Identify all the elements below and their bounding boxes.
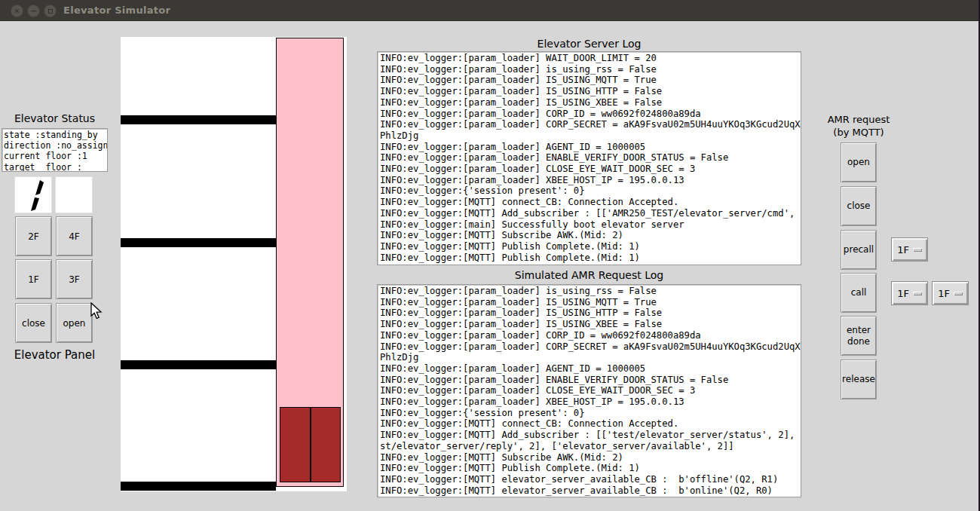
amr-close-button[interactable]: close xyxy=(841,186,877,226)
elevator-car xyxy=(280,407,341,482)
elevator-shaft-canvas xyxy=(121,37,347,491)
call-floor-from-value: 1F xyxy=(897,288,909,299)
target-floor-display xyxy=(55,176,93,213)
server-log-textarea[interactable]: INFO:ev_logger:[param_loader] WAIT_DOOR_… xyxy=(377,51,801,265)
elevator-status-box: state :standing_by direction :no_assign … xyxy=(2,128,108,172)
elevator-door-right xyxy=(311,408,341,482)
amr-log-title: Simulated AMR Request Log xyxy=(377,269,801,281)
panel-floor3-button[interactable]: 3F xyxy=(56,259,93,299)
current-floor-display xyxy=(14,176,52,213)
precall-floor-dropdown[interactable]: 1F xyxy=(891,237,928,262)
window-title: Elevator Simulator xyxy=(63,5,170,16)
seven-segment-digit-1 xyxy=(15,177,51,213)
floor-line-2 xyxy=(121,360,276,369)
call-floor-from-dropdown[interactable]: 1F xyxy=(891,281,928,305)
dropdown-indicator-icon xyxy=(913,292,922,295)
amr-enter-done-button[interactable]: enter done xyxy=(841,316,877,356)
amr-release-button[interactable]: release xyxy=(841,360,877,399)
floor-line-3 xyxy=(121,238,276,247)
elevator-panel-label: Elevator Panel xyxy=(0,348,109,362)
call-floor-to-dropdown[interactable]: 1F xyxy=(932,281,969,305)
panel-floor1-button[interactable]: 1F xyxy=(15,259,52,299)
amr-open-button[interactable]: open xyxy=(841,142,877,182)
window-minimize-button[interactable]: − xyxy=(27,5,40,17)
elevator-door-left xyxy=(280,408,310,482)
server-log-title: Elevator Server Log xyxy=(377,38,801,50)
panel-floor2-button[interactable]: 2F xyxy=(15,216,52,256)
amr-precall-button[interactable]: precall xyxy=(841,230,877,270)
floor-line-4 xyxy=(121,115,276,124)
amr-request-subheading: (by MQTT) xyxy=(813,127,904,138)
floor-line-1 xyxy=(121,482,276,491)
amr-call-button[interactable]: call xyxy=(841,273,877,313)
amr-log-textarea[interactable]: INFO:ev_logger:[param_loader] is_using_r… xyxy=(377,284,801,497)
minimize-icon: − xyxy=(30,7,36,15)
maximize-icon xyxy=(48,9,53,14)
window-maximize-button[interactable] xyxy=(44,5,57,17)
dropdown-indicator-icon xyxy=(954,292,963,295)
call-floor-to-value: 1F xyxy=(938,288,950,299)
panel-open-button[interactable]: open xyxy=(56,303,93,343)
precall-floor-value: 1F xyxy=(897,244,909,256)
dropdown-indicator-icon xyxy=(913,248,922,252)
mouse-cursor-icon xyxy=(90,302,103,320)
panel-floor4-button[interactable]: 4F xyxy=(56,216,93,256)
elevator-status-title: Elevator Status xyxy=(0,112,109,124)
close-icon: ✕ xyxy=(14,7,20,15)
window-close-button[interactable]: ✕ xyxy=(11,5,23,17)
titlebar: ✕ − Elevator Simulator xyxy=(0,0,980,21)
amr-request-heading: AMR request xyxy=(813,114,904,125)
panel-close-button[interactable]: close xyxy=(15,303,52,343)
